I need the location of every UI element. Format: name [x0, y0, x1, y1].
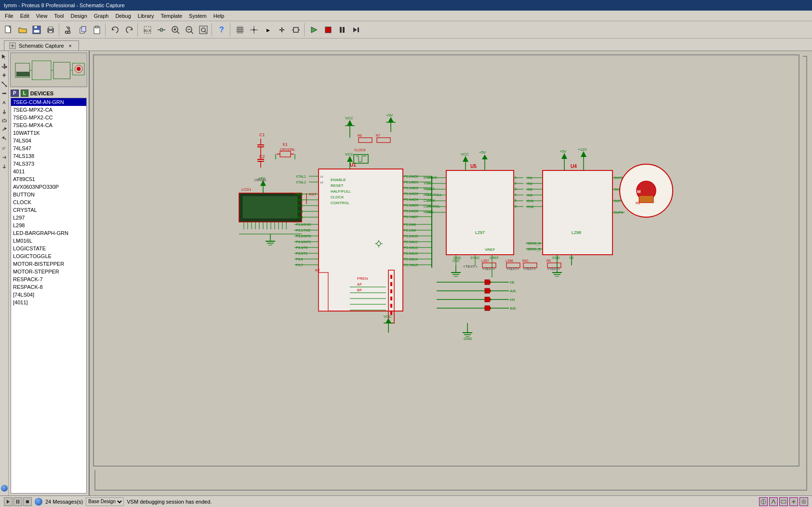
toolbar-snap[interactable]: ▸ [261, 23, 275, 37]
svg-rect-5 [34, 30, 40, 33]
device-item-led-bargraph-grn[interactable]: LED-BARGRAPH-GRN [11, 229, 86, 237]
tool-arrow-right[interactable] [0, 154, 8, 161]
toolbar-step[interactable] [349, 23, 363, 37]
svg-text:RESET: RESET [331, 183, 344, 188]
toolbar-save[interactable] [30, 23, 43, 37]
device-item-at89c51[interactable]: AT89C51 [11, 175, 86, 183]
toolbar-print[interactable] [44, 23, 57, 37]
menu-design[interactable]: Design [68, 12, 90, 20]
svg-marker-373 [7, 500, 10, 504]
toolbar-open[interactable] [16, 23, 29, 37]
toolbar-component[interactable] [289, 23, 303, 37]
device-item-motor-bistepper[interactable]: MOTOR-BISTEPPER [11, 260, 86, 268]
tool-wire[interactable] [0, 80, 8, 88]
tool-bus[interactable] [0, 90, 8, 97]
tool-select[interactable] [0, 53, 8, 61]
menu-graph[interactable]: Graph [91, 12, 112, 20]
tab-close-button[interactable]: × [67, 42, 74, 49]
tool-arrow-down[interactable] [0, 163, 8, 170]
sim-pause-button[interactable] [13, 497, 22, 506]
schematic-canvas[interactable]: VCC +5V C1 C2 X1 CRYSTAL [90, 51, 812, 495]
toolbar-new[interactable] [2, 23, 15, 37]
sim-btn-4[interactable] [789, 497, 798, 506]
toolbar-cut[interactable] [62, 23, 76, 37]
device-item-button[interactable]: BUTTON [11, 191, 86, 198]
toolbar-wire[interactable] [155, 23, 168, 37]
tool-power[interactable] [0, 108, 8, 116]
device-item-logicstate[interactable]: LOGICSTATE [11, 245, 86, 252]
sim-play-button[interactable] [4, 497, 13, 506]
device-item-clock[interactable]: CLOCK [11, 198, 86, 206]
device-item-7seg-mpx2-ca[interactable]: 7SEG-MPX2-CA [11, 106, 86, 114]
toolbar-undo[interactable] [108, 23, 122, 37]
device-item-7seg-mpx2-cc[interactable]: 7SEG-MPX2-CC [11, 114, 86, 121]
device-item-7seg-mpx4-ca[interactable]: 7SEG-MPX4-CA [11, 121, 86, 129]
toolbar-pause[interactable] [335, 23, 349, 37]
device-item-l297[interactable]: L297 [11, 214, 86, 221]
toolbar-paste[interactable] [90, 23, 104, 37]
device-item-74ls138[interactable]: 74LS138 [11, 152, 86, 160]
toolbar-block-select[interactable]: BLK [141, 23, 154, 37]
sep3 [137, 23, 139, 37]
device-item-respack-7[interactable]: RESPACK-7 [11, 275, 86, 283]
sim-stop-button[interactable] [23, 497, 32, 506]
device-item-lm016l[interactable]: LM016L [11, 237, 86, 245]
design-mode-selector[interactable]: Base Design [86, 497, 124, 506]
device-item-74ls373[interactable]: 74LS373 [11, 160, 86, 168]
tool-rotate-cw[interactable] [0, 126, 8, 134]
device-item-avx0603npo330p[interactable]: AVX0603NPO330P [11, 183, 86, 191]
sim-btn-3[interactable] [779, 497, 788, 506]
toolbar-zoom-in[interactable] [169, 23, 182, 37]
schematic-capture-tab[interactable]: Schematic Capture × [4, 40, 79, 51]
toolbar-redo[interactable] [122, 23, 136, 37]
menu-debug[interactable]: Debug [112, 12, 133, 20]
toolbar-origin[interactable] [247, 23, 261, 37]
toolbar-grid[interactable] [233, 23, 247, 37]
device-item-4011[interactable]: 4011 [11, 168, 86, 175]
toolbar-cross[interactable]: ✛ [275, 23, 289, 37]
svg-text:<TEXT>: <TEXT> [463, 264, 478, 269]
menu-system[interactable]: System [186, 12, 210, 20]
sim-btn-1[interactable] [759, 497, 768, 506]
schematic-diagram[interactable]: VCC +5V C1 C2 X1 CRYSTAL [90, 51, 803, 470]
toolbar-stop[interactable] [321, 23, 335, 37]
device-item-4011-inst[interactable]: [4011] [11, 299, 86, 306]
device-item-logictoggle[interactable]: LOGICTOGGLE [11, 252, 86, 260]
menu-library[interactable]: Library [135, 12, 157, 20]
devices-label: DEVICES [30, 91, 53, 96]
device-item-10watt1k[interactable]: 10WATT1K [11, 129, 86, 137]
tool-label[interactable]: A [0, 99, 8, 106]
toolbar-zoom-all[interactable] [197, 23, 210, 37]
sim-btn-5[interactable] [799, 497, 808, 506]
menu-template[interactable]: Template [158, 12, 185, 20]
device-item-l298[interactable]: L298 [11, 221, 86, 229]
menu-edit[interactable]: Edit [17, 12, 32, 20]
btn-pick-from-library[interactable]: L [21, 90, 28, 97]
tool-add-component[interactable]: + [0, 71, 8, 79]
device-item-crystal[interactable]: CRYSTAL [11, 206, 86, 214]
toolbar-zoom-out[interactable] [183, 23, 196, 37]
device-item-7seg-com-an-grn[interactable]: 7SEG-COM-AN-GRN [11, 98, 86, 106]
device-item-74ls47[interactable]: 74LS47 [11, 144, 86, 152]
menu-view[interactable]: View [33, 12, 51, 20]
tool-move[interactable] [0, 62, 8, 70]
menu-help[interactable]: Help [211, 12, 227, 20]
menu-tool[interactable]: Tool [51, 12, 67, 20]
device-item-respack-8[interactable]: RESPACK-8 [11, 283, 86, 291]
toolbar-simulate[interactable] [307, 23, 321, 37]
sim-btn-2[interactable] [769, 497, 778, 506]
menu-file[interactable]: File [2, 12, 16, 20]
tool-rotate-ccw[interactable] [0, 135, 8, 143]
svg-text:XTAL1: XTAL1 [296, 175, 306, 178]
svg-line-22 [177, 31, 179, 34]
device-item-74ls04-inst[interactable]: [74LS04] [11, 291, 86, 299]
device-item-74ls04[interactable]: 74LS04 [11, 137, 86, 144]
device-list[interactable]: 7SEG-COM-AN-GRN 7SEG-MPX2-CA 7SEG-MPX2-C… [11, 98, 87, 494]
svg-text:BLK: BLK [144, 28, 151, 33]
device-item-motor-stepper[interactable]: MOTOR-STEPPER [11, 268, 86, 275]
toolbar-help[interactable]: ? [215, 23, 228, 37]
tool-terminal[interactable] [0, 117, 8, 125]
messages-count[interactable]: 24 Messages(s) [45, 499, 83, 505]
btn-add-device[interactable]: P [11, 90, 19, 97]
toolbar-copy[interactable] [76, 23, 90, 37]
